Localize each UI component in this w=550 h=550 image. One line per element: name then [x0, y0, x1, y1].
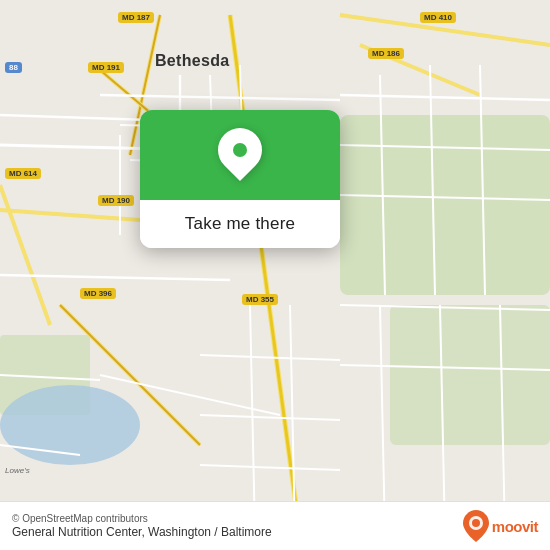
svg-line-42 [200, 355, 340, 360]
moovit-text: moovit [492, 518, 538, 535]
road-badge-md187: MD 187 [118, 12, 154, 23]
road-badge-md190: MD 190 [98, 195, 134, 206]
pin-dot [230, 140, 250, 160]
svg-line-11 [0, 185, 50, 325]
moovit-logo: moovit [463, 510, 538, 542]
road-badge-md396: MD 396 [80, 288, 116, 299]
bottom-bar: © OpenStreetMap contributors General Nut… [0, 501, 550, 550]
svg-point-50 [472, 519, 480, 527]
map-container: Lowe's Bethesda MD 187 MD 410 88 MD 191 … [0, 0, 550, 550]
moovit-pin-icon [463, 510, 489, 542]
svg-line-44 [200, 465, 340, 470]
svg-rect-1 [390, 305, 550, 445]
svg-rect-0 [340, 115, 550, 295]
map-roads-svg: Lowe's [0, 0, 550, 550]
road-badge-md355: MD 355 [242, 294, 278, 305]
road-badge-md191: MD 191 [88, 62, 124, 73]
popup-top [140, 110, 340, 200]
attribution-text: © OpenStreetMap contributors [12, 513, 272, 524]
road-badge-md186: MD 186 [368, 48, 404, 59]
svg-line-43 [200, 415, 340, 420]
road-badge-md614: MD 614 [5, 168, 41, 179]
take-me-there-button[interactable]: Take me there [169, 210, 311, 238]
location-pin [209, 119, 271, 181]
popup-bottom: Take me there [140, 200, 340, 248]
svg-text:Lowe's: Lowe's [5, 466, 30, 475]
road-badge-88: 88 [5, 62, 22, 73]
svg-line-31 [340, 95, 550, 100]
popup-card: Take me there [140, 110, 340, 248]
location-label: General Nutrition Center, Washington / B… [12, 525, 272, 539]
svg-line-17 [0, 115, 150, 120]
city-label: Bethesda [155, 52, 229, 70]
road-badge-md410: MD 410 [420, 12, 456, 23]
